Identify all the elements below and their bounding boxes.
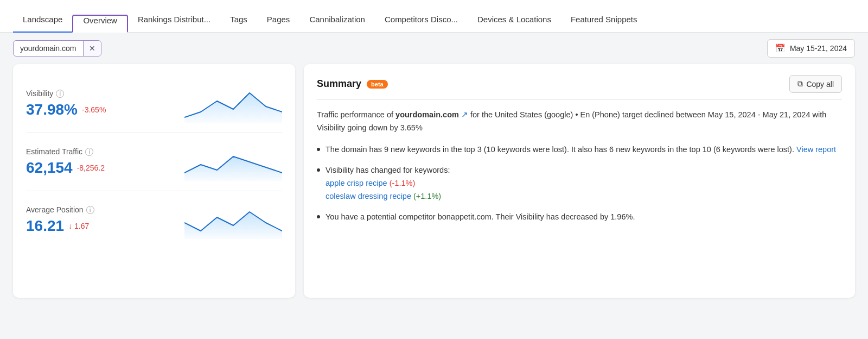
position-delta: ↓ 1.67 [68, 222, 89, 230]
copy-icon: ⧉ [797, 79, 803, 89]
metric-value-visibility: 37.98% -3.65% [26, 101, 106, 118]
metric-left-position: Average Position i 16.21 ↓ 1.67 [26, 205, 94, 235]
tab-rankings[interactable]: Rankings Distribut... [128, 15, 220, 33]
position-sparkline [184, 201, 282, 239]
tab-landscape[interactable]: Landscape [13, 15, 72, 33]
tab-tags[interactable]: Tags [220, 15, 257, 33]
date-range-button[interactable]: 📅 May 15-21, 2024 [767, 39, 855, 58]
bullet-text-1: The domain has 9 new keywords in the top… [326, 143, 840, 156]
bullet-dot-2 [317, 168, 320, 172]
tab-overview[interactable]: Overview [72, 15, 128, 33]
calendar-icon: 📅 [775, 43, 786, 53]
traffic-info-icon[interactable]: i [85, 148, 93, 156]
metric-left-traffic: Estimated Traffic i 62,154 -8,256.2 [26, 147, 105, 177]
svg-marker-0 [184, 93, 282, 123]
traffic-sparkline [184, 143, 282, 181]
bullet-item-keywords: The domain has 9 new keywords in the top… [317, 143, 840, 156]
summary-intro: Traffic performance of yourdomain.com ↗ … [317, 109, 840, 135]
summary-card: Summary beta ⧉ Copy all Traffic performa… [304, 64, 855, 298]
summary-title: Summary [317, 78, 361, 90]
metric-row-position: Average Position i 16.21 ↓ 1.67 [26, 191, 282, 249]
metric-label-visibility: Visibility i [26, 89, 106, 98]
tab-pages[interactable]: Pages [257, 15, 300, 33]
bullet-text-2: Visibility has changed for keywords: app… [326, 164, 840, 203]
metrics-card: Visibility i 37.98% -3.65% [13, 64, 295, 298]
visibility-delta: -3.65% [82, 105, 106, 114]
bullet-item-competitor: You have a potential competitor bonappet… [317, 211, 840, 224]
tab-devices[interactable]: Devices & Locations [468, 15, 561, 33]
main-content: Visibility i 37.98% -3.65% [0, 64, 868, 311]
view-report-link[interactable]: View report [796, 145, 836, 154]
tab-competitors[interactable]: Competitors Disco... [375, 15, 468, 33]
summary-title-group: Summary beta [317, 78, 388, 90]
metric-label-traffic: Estimated Traffic i [26, 147, 105, 156]
position-sparkline-container [184, 201, 282, 239]
metric-label-position: Average Position i [26, 205, 94, 214]
metric-row-traffic: Estimated Traffic i 62,154 -8,256.2 [26, 133, 282, 191]
keyword-link-coleslaw[interactable]: coleslaw dressing recipe [326, 192, 411, 200]
bullet-item-visibility: Visibility has changed for keywords: app… [317, 164, 840, 203]
summary-body: Traffic performance of yourdomain.com ↗ … [317, 109, 842, 287]
keyword-link-apple[interactable]: apple crisp recipe [326, 179, 387, 187]
keyword-delta-coleslaw: (+1.1%) [413, 192, 441, 200]
keyword-delta-apple: (-1.1%) [390, 179, 416, 187]
intro-text-before: Traffic performance of [317, 110, 395, 119]
traffic-sparkline-container [184, 143, 282, 181]
tab-snippets[interactable]: Featured Snippets [561, 15, 647, 33]
summary-header: Summary beta ⧉ Copy all [317, 75, 842, 100]
summary-bullets: The domain has 9 new keywords in the top… [317, 143, 840, 224]
domain-close-button[interactable]: ✕ [83, 41, 101, 56]
date-range-label: May 15-21, 2024 [790, 44, 847, 53]
visibility-sparkline [184, 85, 282, 123]
position-info-icon[interactable]: i [86, 206, 94, 214]
visibility-sparkline-container [184, 85, 282, 123]
metric-value-traffic: 62,154 -8,256.2 [26, 159, 105, 177]
top-navigation: Landscape Overview Rankings Distribut...… [0, 0, 868, 33]
metric-value-position: 16.21 ↓ 1.67 [26, 217, 94, 235]
intro-domain: yourdomain.com [395, 110, 459, 119]
toolbar: yourdomain.com ✕ 📅 May 15-21, 2024 [0, 33, 868, 64]
bullet-dot-3 [317, 215, 320, 218]
metric-row-visibility: Visibility i 37.98% -3.65% [26, 75, 282, 133]
external-link-icon[interactable]: ↗ [461, 110, 468, 119]
svg-marker-1 [184, 156, 282, 181]
domain-filter: yourdomain.com ✕ [13, 40, 101, 56]
domain-label: yourdomain.com [14, 41, 83, 56]
bullet-text-3: You have a potential competitor bonappet… [326, 211, 840, 224]
tab-cannibalization[interactable]: Cannibalization [299, 15, 375, 33]
traffic-delta: -8,256.2 [77, 164, 105, 172]
copy-all-button[interactable]: ⧉ Copy all [789, 75, 842, 93]
beta-badge: beta [367, 80, 388, 89]
metric-left-visibility: Visibility i 37.98% -3.65% [26, 89, 106, 118]
visibility-info-icon[interactable]: i [56, 90, 64, 98]
bullet-dot-1 [317, 148, 320, 151]
copy-all-label: Copy all [806, 80, 834, 89]
